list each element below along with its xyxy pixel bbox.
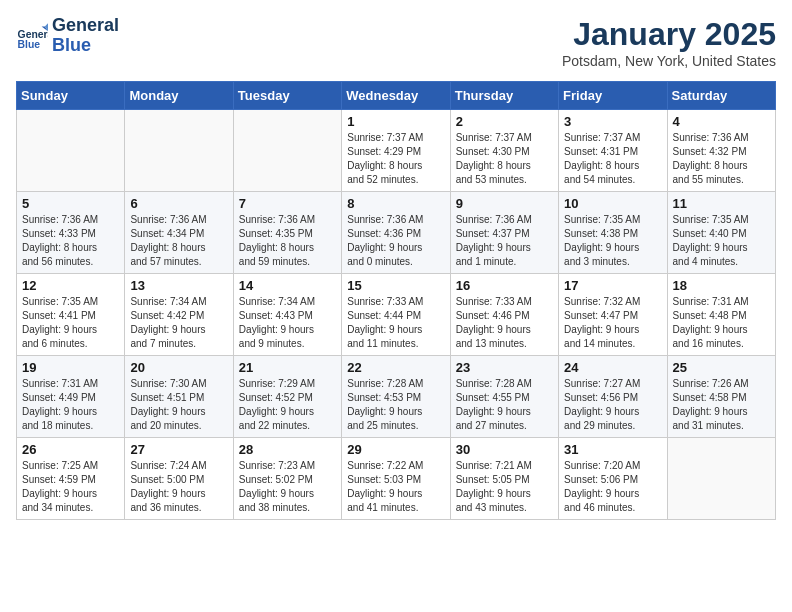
day-info: Sunrise: 7:28 AM Sunset: 4:55 PM Dayligh… bbox=[456, 377, 553, 433]
day-number: 26 bbox=[22, 442, 119, 457]
calendar-cell: 20Sunrise: 7:30 AM Sunset: 4:51 PM Dayli… bbox=[125, 356, 233, 438]
day-number: 14 bbox=[239, 278, 336, 293]
calendar-cell: 15Sunrise: 7:33 AM Sunset: 4:44 PM Dayli… bbox=[342, 274, 450, 356]
weekday-thursday: Thursday bbox=[450, 82, 558, 110]
day-info: Sunrise: 7:34 AM Sunset: 4:42 PM Dayligh… bbox=[130, 295, 227, 351]
calendar-cell: 26Sunrise: 7:25 AM Sunset: 4:59 PM Dayli… bbox=[17, 438, 125, 520]
day-number: 21 bbox=[239, 360, 336, 375]
calendar-cell: 25Sunrise: 7:26 AM Sunset: 4:58 PM Dayli… bbox=[667, 356, 775, 438]
logo-icon: General Blue bbox=[16, 20, 48, 52]
day-number: 1 bbox=[347, 114, 444, 129]
week-row-4: 26Sunrise: 7:25 AM Sunset: 4:59 PM Dayli… bbox=[17, 438, 776, 520]
day-info: Sunrise: 7:35 AM Sunset: 4:38 PM Dayligh… bbox=[564, 213, 661, 269]
calendar-cell: 5Sunrise: 7:36 AM Sunset: 4:33 PM Daylig… bbox=[17, 192, 125, 274]
calendar-cell: 24Sunrise: 7:27 AM Sunset: 4:56 PM Dayli… bbox=[559, 356, 667, 438]
day-info: Sunrise: 7:37 AM Sunset: 4:31 PM Dayligh… bbox=[564, 131, 661, 187]
day-number: 6 bbox=[130, 196, 227, 211]
day-info: Sunrise: 7:33 AM Sunset: 4:46 PM Dayligh… bbox=[456, 295, 553, 351]
day-number: 28 bbox=[239, 442, 336, 457]
logo-text: General Blue bbox=[52, 16, 119, 56]
page-header: General Blue General Blue January 2025 P… bbox=[16, 16, 776, 69]
day-number: 5 bbox=[22, 196, 119, 211]
day-number: 8 bbox=[347, 196, 444, 211]
day-info: Sunrise: 7:37 AM Sunset: 4:30 PM Dayligh… bbox=[456, 131, 553, 187]
week-row-1: 5Sunrise: 7:36 AM Sunset: 4:33 PM Daylig… bbox=[17, 192, 776, 274]
day-number: 16 bbox=[456, 278, 553, 293]
day-info: Sunrise: 7:22 AM Sunset: 5:03 PM Dayligh… bbox=[347, 459, 444, 515]
day-number: 19 bbox=[22, 360, 119, 375]
day-number: 2 bbox=[456, 114, 553, 129]
day-info: Sunrise: 7:32 AM Sunset: 4:47 PM Dayligh… bbox=[564, 295, 661, 351]
weekday-sunday: Sunday bbox=[17, 82, 125, 110]
month-title: January 2025 bbox=[562, 16, 776, 53]
week-row-2: 12Sunrise: 7:35 AM Sunset: 4:41 PM Dayli… bbox=[17, 274, 776, 356]
day-info: Sunrise: 7:31 AM Sunset: 4:48 PM Dayligh… bbox=[673, 295, 770, 351]
calendar-cell: 6Sunrise: 7:36 AM Sunset: 4:34 PM Daylig… bbox=[125, 192, 233, 274]
calendar-cell: 4Sunrise: 7:36 AM Sunset: 4:32 PM Daylig… bbox=[667, 110, 775, 192]
weekday-saturday: Saturday bbox=[667, 82, 775, 110]
calendar-cell: 11Sunrise: 7:35 AM Sunset: 4:40 PM Dayli… bbox=[667, 192, 775, 274]
day-number: 20 bbox=[130, 360, 227, 375]
calendar-cell: 23Sunrise: 7:28 AM Sunset: 4:55 PM Dayli… bbox=[450, 356, 558, 438]
calendar-cell: 21Sunrise: 7:29 AM Sunset: 4:52 PM Dayli… bbox=[233, 356, 341, 438]
day-info: Sunrise: 7:23 AM Sunset: 5:02 PM Dayligh… bbox=[239, 459, 336, 515]
calendar-cell: 7Sunrise: 7:36 AM Sunset: 4:35 PM Daylig… bbox=[233, 192, 341, 274]
calendar-cell: 10Sunrise: 7:35 AM Sunset: 4:38 PM Dayli… bbox=[559, 192, 667, 274]
day-info: Sunrise: 7:24 AM Sunset: 5:00 PM Dayligh… bbox=[130, 459, 227, 515]
day-info: Sunrise: 7:30 AM Sunset: 4:51 PM Dayligh… bbox=[130, 377, 227, 433]
calendar-table: SundayMondayTuesdayWednesdayThursdayFrid… bbox=[16, 81, 776, 520]
day-number: 22 bbox=[347, 360, 444, 375]
day-info: Sunrise: 7:21 AM Sunset: 5:05 PM Dayligh… bbox=[456, 459, 553, 515]
title-block: January 2025 Potsdam, New York, United S… bbox=[562, 16, 776, 69]
day-number: 25 bbox=[673, 360, 770, 375]
day-number: 7 bbox=[239, 196, 336, 211]
day-info: Sunrise: 7:36 AM Sunset: 4:35 PM Dayligh… bbox=[239, 213, 336, 269]
calendar-cell: 12Sunrise: 7:35 AM Sunset: 4:41 PM Dayli… bbox=[17, 274, 125, 356]
svg-text:Blue: Blue bbox=[18, 39, 41, 50]
day-number: 12 bbox=[22, 278, 119, 293]
week-row-0: 1Sunrise: 7:37 AM Sunset: 4:29 PM Daylig… bbox=[17, 110, 776, 192]
day-info: Sunrise: 7:27 AM Sunset: 4:56 PM Dayligh… bbox=[564, 377, 661, 433]
day-number: 3 bbox=[564, 114, 661, 129]
calendar-cell: 31Sunrise: 7:20 AM Sunset: 5:06 PM Dayli… bbox=[559, 438, 667, 520]
day-number: 31 bbox=[564, 442, 661, 457]
day-number: 18 bbox=[673, 278, 770, 293]
day-info: Sunrise: 7:31 AM Sunset: 4:49 PM Dayligh… bbox=[22, 377, 119, 433]
day-number: 27 bbox=[130, 442, 227, 457]
weekday-header-row: SundayMondayTuesdayWednesdayThursdayFrid… bbox=[17, 82, 776, 110]
calendar-cell: 1Sunrise: 7:37 AM Sunset: 4:29 PM Daylig… bbox=[342, 110, 450, 192]
calendar-cell bbox=[17, 110, 125, 192]
day-info: Sunrise: 7:36 AM Sunset: 4:33 PM Dayligh… bbox=[22, 213, 119, 269]
day-info: Sunrise: 7:36 AM Sunset: 4:36 PM Dayligh… bbox=[347, 213, 444, 269]
calendar-cell: 29Sunrise: 7:22 AM Sunset: 5:03 PM Dayli… bbox=[342, 438, 450, 520]
calendar-cell: 16Sunrise: 7:33 AM Sunset: 4:46 PM Dayli… bbox=[450, 274, 558, 356]
calendar-cell: 13Sunrise: 7:34 AM Sunset: 4:42 PM Dayli… bbox=[125, 274, 233, 356]
day-number: 11 bbox=[673, 196, 770, 211]
day-number: 29 bbox=[347, 442, 444, 457]
day-info: Sunrise: 7:36 AM Sunset: 4:32 PM Dayligh… bbox=[673, 131, 770, 187]
day-number: 4 bbox=[673, 114, 770, 129]
calendar-cell bbox=[233, 110, 341, 192]
day-info: Sunrise: 7:35 AM Sunset: 4:40 PM Dayligh… bbox=[673, 213, 770, 269]
calendar-cell: 14Sunrise: 7:34 AM Sunset: 4:43 PM Dayli… bbox=[233, 274, 341, 356]
day-number: 15 bbox=[347, 278, 444, 293]
day-number: 17 bbox=[564, 278, 661, 293]
day-info: Sunrise: 7:26 AM Sunset: 4:58 PM Dayligh… bbox=[673, 377, 770, 433]
calendar-cell bbox=[125, 110, 233, 192]
calendar-cell: 8Sunrise: 7:36 AM Sunset: 4:36 PM Daylig… bbox=[342, 192, 450, 274]
weekday-wednesday: Wednesday bbox=[342, 82, 450, 110]
calendar-cell: 19Sunrise: 7:31 AM Sunset: 4:49 PM Dayli… bbox=[17, 356, 125, 438]
day-info: Sunrise: 7:34 AM Sunset: 4:43 PM Dayligh… bbox=[239, 295, 336, 351]
day-info: Sunrise: 7:36 AM Sunset: 4:37 PM Dayligh… bbox=[456, 213, 553, 269]
day-info: Sunrise: 7:37 AM Sunset: 4:29 PM Dayligh… bbox=[347, 131, 444, 187]
day-info: Sunrise: 7:29 AM Sunset: 4:52 PM Dayligh… bbox=[239, 377, 336, 433]
calendar-cell bbox=[667, 438, 775, 520]
calendar-cell: 9Sunrise: 7:36 AM Sunset: 4:37 PM Daylig… bbox=[450, 192, 558, 274]
weekday-monday: Monday bbox=[125, 82, 233, 110]
logo: General Blue General Blue bbox=[16, 16, 119, 56]
day-info: Sunrise: 7:25 AM Sunset: 4:59 PM Dayligh… bbox=[22, 459, 119, 515]
day-info: Sunrise: 7:36 AM Sunset: 4:34 PM Dayligh… bbox=[130, 213, 227, 269]
day-number: 10 bbox=[564, 196, 661, 211]
svg-text:General: General bbox=[18, 28, 48, 39]
calendar-cell: 2Sunrise: 7:37 AM Sunset: 4:30 PM Daylig… bbox=[450, 110, 558, 192]
